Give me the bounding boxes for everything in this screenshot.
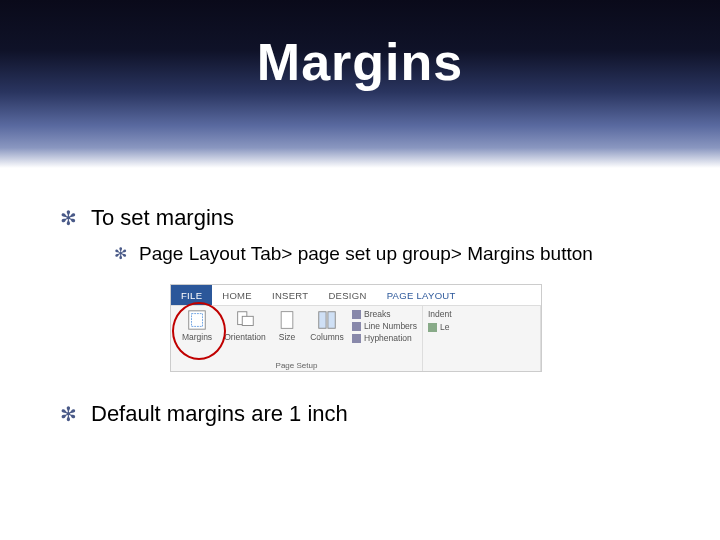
columns-label: Columns (310, 333, 344, 342)
size-label: Size (279, 333, 296, 342)
page-setup-small-buttons: Breaks Line Numbers Hyphenation (352, 309, 417, 343)
margins-button: Margins (176, 309, 218, 343)
bullet-mark-icon: ✻ (114, 242, 127, 266)
bullet-level1: ✻ To set margins (60, 204, 660, 232)
tab-insert: INSERT (262, 290, 318, 301)
indent-label: Indent (428, 309, 535, 319)
hyphenation-label: Hyphenation (364, 333, 412, 343)
columns-icon (316, 309, 338, 331)
tab-home: HOME (212, 290, 262, 301)
tab-page-layout: PAGE LAYOUT (377, 290, 466, 301)
size-button: Size (272, 309, 302, 343)
orientation-button: Orientation (224, 309, 266, 343)
svg-rect-6 (328, 312, 335, 329)
bullet-level2: ✻ Page Layout Tab> page set up group> Ma… (114, 242, 660, 266)
margins-label: Margins (182, 333, 212, 342)
bullet-mark-icon: ✻ (60, 400, 77, 428)
group-page-setup: Margins Orientation Size (171, 306, 423, 371)
svg-rect-3 (242, 316, 253, 325)
ribbon-tabs: FILE HOME INSERT DESIGN PAGE LAYOUT (171, 285, 541, 305)
breaks-icon (352, 310, 361, 319)
columns-button: Columns (308, 309, 346, 343)
group-label-page-setup: Page Setup (176, 361, 417, 370)
indent-left-icon (428, 323, 437, 332)
indent-left-label: Le (440, 322, 449, 332)
breaks-label: Breaks (364, 309, 390, 319)
ribbon-groups: Margins Orientation Size (171, 305, 541, 371)
orientation-label: Orientation (224, 333, 266, 342)
svg-rect-4 (281, 312, 293, 329)
svg-rect-5 (319, 312, 326, 329)
bullet-level1: ✻ Default margins are 1 inch (60, 400, 660, 428)
bullet-text: To set margins (91, 204, 234, 232)
margins-icon (186, 309, 208, 331)
group-paragraph: Indent Le (423, 306, 541, 371)
bullet-text: Default margins are 1 inch (91, 400, 348, 428)
bullet-text: Page Layout Tab> page set up group> Marg… (139, 242, 593, 266)
line-numbers-label: Line Numbers (364, 321, 417, 331)
hyphenation-icon (352, 334, 361, 343)
slide-body: ✻ To set margins ✻ Page Layout Tab> page… (0, 168, 720, 428)
tab-file: FILE (171, 285, 212, 305)
ribbon-screenshot: FILE HOME INSERT DESIGN PAGE LAYOUT Marg… (170, 284, 542, 372)
tab-design: DESIGN (318, 290, 376, 301)
slide-title: Margins (0, 32, 720, 92)
slide-header: Margins (0, 0, 720, 168)
size-icon (276, 309, 298, 331)
orientation-icon (234, 309, 256, 331)
line-numbers-icon (352, 322, 361, 331)
bullet-mark-icon: ✻ (60, 204, 77, 232)
word-ribbon: FILE HOME INSERT DESIGN PAGE LAYOUT Marg… (170, 284, 542, 372)
